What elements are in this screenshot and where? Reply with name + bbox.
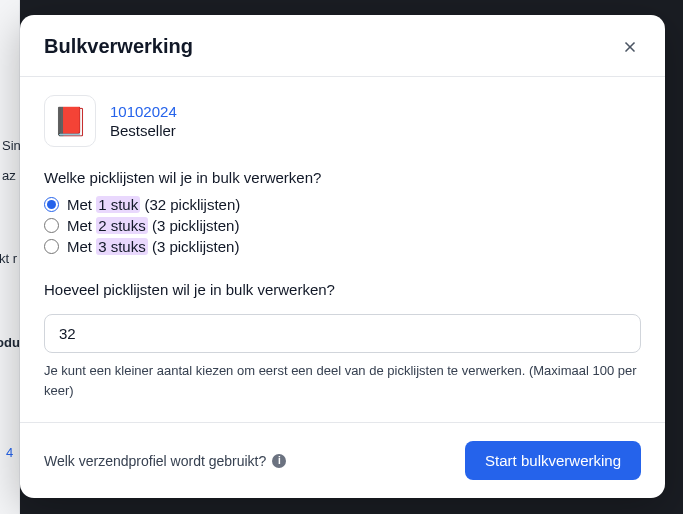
info-icon[interactable]: i	[272, 454, 286, 468]
radio-1-stuk[interactable]	[44, 197, 59, 212]
option-label: Met 1 stuk (32 picklijsten)	[67, 196, 240, 213]
product-code-link[interactable]: 10102024	[110, 103, 177, 120]
count-question: Hoeveel picklijsten wil je in bulk verwe…	[44, 281, 641, 298]
start-bulk-button[interactable]: Start bulkverwerking	[465, 441, 641, 480]
bg-text: kt r	[0, 251, 17, 266]
option-2-stuks[interactable]: Met 2 stuks (3 picklijsten)	[44, 217, 641, 234]
footer-question-text: Welk verzendprofiel wordt gebruikt?	[44, 453, 266, 469]
radio-2-stuks[interactable]	[44, 218, 59, 233]
shipping-profile-question: Welk verzendprofiel wordt gebruikt? i	[44, 453, 286, 469]
modal-title: Bulkverwerking	[44, 35, 193, 58]
modal-header: Bulkverwerking	[20, 15, 665, 77]
close-button[interactable]	[619, 36, 641, 58]
radio-3-stuks[interactable]	[44, 239, 59, 254]
product-info: 10102024 Bestseller	[110, 103, 177, 139]
picklist-question: Welke picklijsten wil je in bulk verwerk…	[44, 169, 641, 186]
option-3-stuks[interactable]: Met 3 stuks (3 picklijsten)	[44, 238, 641, 255]
modal-footer: Welk verzendprofiel wordt gebruikt? i St…	[20, 422, 665, 498]
bg-text: Sin	[2, 138, 21, 153]
backdrop: Sin az kt r odu 4	[0, 0, 20, 514]
option-label: Met 2 stuks (3 picklijsten)	[67, 217, 239, 234]
bulk-processing-modal: Bulkverwerking 📕 10102024 Bestseller Wel…	[20, 15, 665, 498]
option-label: Met 3 stuks (3 picklijsten)	[67, 238, 239, 255]
option-1-stuk[interactable]: Met 1 stuk (32 picklijsten)	[44, 196, 641, 213]
product-row: 📕 10102024 Bestseller	[44, 95, 641, 147]
bg-text: az	[2, 168, 16, 183]
count-input[interactable]	[44, 314, 641, 353]
helper-text: Je kunt een kleiner aantal kiezen om eer…	[44, 361, 641, 400]
bg-text: 4	[6, 445, 13, 460]
bg-text: odu	[0, 335, 20, 350]
modal-body: 📕 10102024 Bestseller Welke picklijsten …	[20, 77, 665, 422]
product-icon: 📕	[44, 95, 96, 147]
product-name: Bestseller	[110, 122, 177, 139]
close-icon	[622, 39, 638, 55]
